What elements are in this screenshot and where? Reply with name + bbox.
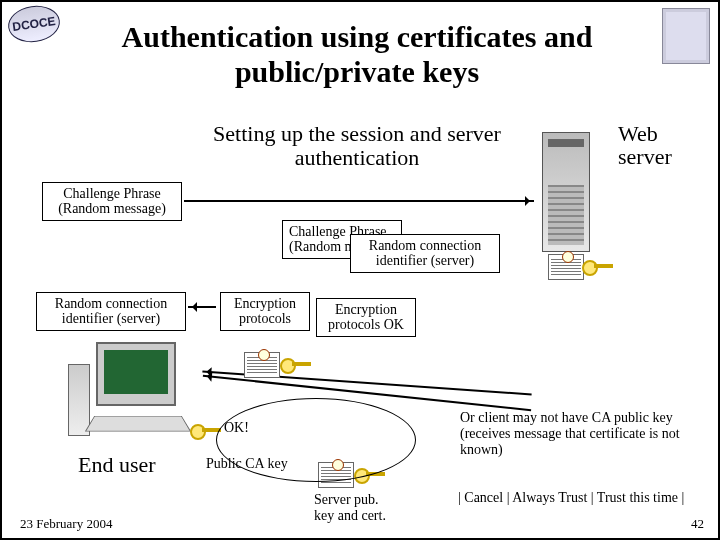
slide-title: Authentication using certificates and pu… — [72, 20, 642, 89]
server-pub-key-label: Server pub. key and cert. — [314, 492, 386, 524]
trust-options: | Cancel | Always Trust | Trust this tim… — [458, 490, 718, 506]
cert-mid-icon — [244, 352, 280, 378]
slide-subtitle: Setting up the session and server authen… — [212, 122, 502, 170]
footer-date: 23 February 2004 — [20, 516, 112, 532]
ca-note: Or client may not have CA public key (re… — [460, 410, 706, 458]
dcoce-logo: DCOCE — [6, 3, 63, 46]
client-computer-icon — [68, 342, 198, 442]
arrow-icon — [184, 200, 534, 202]
random-conn-left-box: Random connection identifier (server) — [36, 292, 186, 331]
arrow-icon — [188, 306, 216, 308]
page-number: 42 — [691, 516, 704, 532]
encryption-ok-box: Encryption protocols OK — [316, 298, 416, 337]
challenge-phrase-client-box: Challenge Phrase (Random message) — [42, 182, 182, 221]
client-key-icon — [190, 424, 218, 438]
verify-ellipse — [216, 398, 416, 482]
web-server-label: Web server — [618, 122, 672, 168]
random-conn-mid-box: Random connection identifier (server) — [350, 234, 500, 273]
key-mid-icon — [280, 358, 308, 372]
end-user-label: End user — [78, 452, 156, 478]
encryption-protocols-box: Encryption protocols — [220, 292, 310, 331]
server-key-icon — [582, 260, 610, 274]
crest-logo — [662, 8, 710, 64]
server-cert-icon — [548, 254, 584, 280]
server-icon — [542, 132, 590, 252]
